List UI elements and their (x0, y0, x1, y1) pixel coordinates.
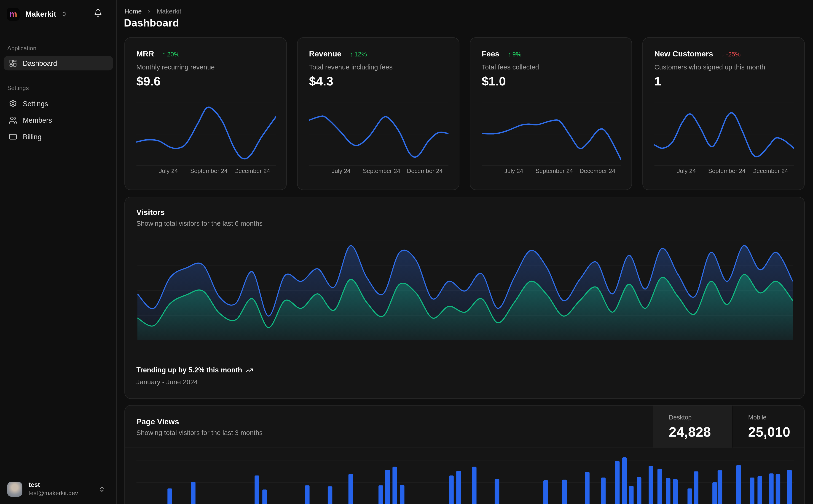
page-views-bar (305, 485, 309, 504)
trend-badge: ↑12% (350, 51, 367, 58)
user-menu[interactable]: test test@makerkit.dev (4, 479, 112, 499)
visitors-card: Visitors Showing total visitors for the … (124, 197, 805, 399)
page-views-bar (615, 461, 620, 504)
sidebar: m Makerkit Application Dashboard Setting… (0, 0, 117, 504)
page-views-card: Page Views Showing total visitors for th… (124, 405, 805, 504)
trend-badge: ↑9% (508, 51, 521, 58)
page-views-bar (456, 471, 461, 504)
page-views-bar (787, 470, 792, 504)
mobile-label: Mobile (748, 414, 767, 421)
trend-up-icon: ↑ (162, 51, 165, 58)
revenue-sparkline-chart (309, 103, 448, 166)
page-views-bar (328, 486, 332, 504)
page-views-bar (262, 490, 267, 504)
page-views-bar (649, 466, 653, 504)
trend-up-icon: ↑ (350, 51, 353, 58)
trend-badge: ↓-25% (722, 51, 741, 58)
page-views-bar (673, 479, 678, 504)
visitors-trend-note: Trending up by 5.2% this month (136, 366, 253, 374)
sidebar-section-settings: Settings (7, 85, 29, 91)
page-views-bar (392, 467, 397, 504)
billing-icon (9, 133, 17, 141)
x-axis-labels: July 24September 24December 24 (482, 168, 621, 175)
desktop-value: 24,828 (669, 424, 711, 440)
toggle-desktop-stat[interactable]: Desktop 24,828 (653, 406, 732, 448)
page-views-bar (637, 477, 641, 504)
page-views-bar (629, 486, 634, 504)
user-avatar (7, 481, 22, 496)
stat-value: $4.3 (309, 74, 333, 88)
chevrons-up-down-icon (61, 11, 67, 17)
sidebar-item-members[interactable]: Members (4, 113, 113, 127)
workspace-name: Makerkit (25, 10, 56, 18)
page-views-bar (472, 467, 476, 504)
x-axis-labels: July 24September 24December 24 (309, 168, 448, 175)
page-title: Dashboard (124, 17, 179, 29)
stat-card-new-customers: New Customers ↓-25% Customers who signed… (643, 37, 805, 190)
page-views-bar (750, 477, 754, 504)
notifications-bell-icon[interactable] (94, 9, 102, 17)
page-views-bar (776, 474, 780, 504)
visitors-subtitle: Showing total visitors for the last 6 mo… (136, 220, 263, 227)
trend-badge: ↑20% (162, 51, 179, 58)
sidebar-item-label: Billing (23, 133, 42, 141)
stat-title: Fees (482, 49, 499, 58)
sidebar-section-application: Application (7, 45, 37, 51)
page-views-bar (601, 477, 605, 504)
mrr-sparkline-chart (136, 103, 276, 166)
settings-icon (9, 99, 17, 108)
user-name: test (29, 481, 78, 489)
stat-value: 1 (654, 74, 661, 88)
sidebar-item-label: Members (23, 116, 52, 124)
page-views-bar (736, 465, 741, 504)
stat-value: $9.6 (136, 74, 160, 88)
page-views-bar (191, 482, 195, 504)
page-views-title: Page Views (136, 417, 179, 426)
page-views-bar (718, 470, 722, 504)
page-views-bar (666, 478, 670, 504)
page-views-bar (562, 480, 567, 504)
fees-sparkline-chart (482, 103, 621, 166)
dashboard-app: m Makerkit Application Dashboard Setting… (0, 0, 813, 504)
stat-title: MRR (136, 49, 154, 58)
sidebar-item-settings[interactable]: Settings (4, 96, 113, 111)
stat-description: Total fees collected (482, 63, 539, 71)
page-views-bar (658, 469, 662, 504)
stat-description: Total revenue including fees (309, 63, 392, 71)
user-email: test@makerkit.dev (29, 489, 78, 497)
page-views-bar (688, 488, 692, 504)
page-views-bar (349, 474, 353, 504)
sidebar-item-billing[interactable]: Billing (4, 130, 113, 144)
desktop-label: Desktop (669, 414, 692, 421)
trend-down-icon: ↓ (722, 51, 725, 58)
stat-title: Revenue (309, 49, 341, 58)
chevrons-up-down-icon (98, 486, 105, 492)
page-views-bar (379, 485, 383, 504)
page-views-bar (769, 473, 773, 504)
page-views-bar (585, 472, 589, 504)
visitors-title: Visitors (136, 208, 165, 217)
page-views-bar (543, 480, 548, 504)
page-views-bar (757, 476, 762, 504)
makerkit-logo: m (7, 8, 20, 21)
x-axis-labels: July 24September 24December 24 (654, 168, 794, 175)
stat-card-mrr: MRR ↑20% Monthly recurring revenue $9.6 … (124, 37, 287, 190)
visitors-date-range: January - June 2024 (136, 378, 198, 386)
trending-up-icon (246, 366, 253, 374)
sidebar-item-dashboard[interactable]: Dashboard (4, 56, 113, 70)
page-views-bar-chart (136, 449, 794, 504)
dashboard-icon (9, 59, 17, 67)
page-views-bar (712, 482, 717, 504)
workspace-selector[interactable]: m Makerkit (7, 7, 110, 21)
stat-value: $1.0 (482, 74, 506, 88)
page-views-bar (622, 457, 627, 504)
new-customers-sparkline-chart (654, 103, 794, 166)
stat-card-fees: Fees ↑9% Total fees collected $1.0 July … (470, 37, 632, 190)
visitors-area-chart (137, 238, 793, 340)
stat-card-revenue: Revenue ↑12% Total revenue including fee… (297, 37, 459, 190)
members-icon (9, 116, 17, 124)
trend-up-icon: ↑ (508, 51, 511, 58)
toggle-mobile-stat[interactable]: Mobile 25,010 (732, 406, 805, 448)
breadcrumb-home[interactable]: Home (124, 8, 142, 15)
x-axis-labels: July 24September 24December 24 (136, 168, 276, 175)
